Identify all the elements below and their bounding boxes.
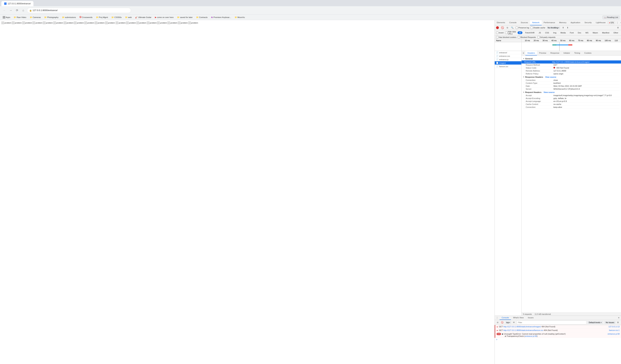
tab-timing[interactable]: Timing (572, 51, 582, 55)
settings-gear-icon[interactable]: ⚙ (616, 26, 620, 29)
error-link-2[interactable]: http://127.0.0.1:8000/static/entrance/fa… (503, 329, 543, 331)
console-tab-issues[interactable]: Issues (526, 316, 535, 320)
reload-button[interactable]: ⟳ (15, 8, 19, 13)
console-top-dropdown[interactable]: top ▾ (505, 321, 511, 324)
record-button[interactable] (496, 26, 499, 29)
bookmark-reading-list[interactable]: 📖 Reading List (603, 16, 620, 19)
tab-response[interactable]: Response (548, 51, 561, 55)
bookmark-crosswords[interactable]: ⓦ Crosswords (78, 16, 94, 19)
console-source-2[interactable]: favicon.ico:1 (609, 329, 620, 331)
network-row-entrance-js[interactable]: 📄 entrance.js (495, 58, 521, 61)
filter-manifest[interactable]: Manifest (601, 31, 611, 34)
devtools-tab-network[interactable]: Network (530, 20, 541, 25)
invert-checkbox[interactable]: Invert (496, 32, 504, 34)
console-settings-button[interactable]: ⚙ (616, 321, 620, 324)
filter-other[interactable]: Other (612, 31, 620, 34)
bookmark-ultimate-guitar[interactable]: 🎸 Ultimate Guitar (134, 16, 153, 19)
console-tab-console[interactable]: Console (500, 316, 511, 320)
devtools-tab-console[interactable]: Console (507, 20, 518, 25)
bookmark-cameras[interactable]: 📁 Cameras (28, 16, 42, 19)
console-stop-button[interactable]: ⊘ (496, 321, 499, 324)
disable-cache-input[interactable] (531, 27, 533, 29)
import-button[interactable]: ⬆ (562, 26, 565, 29)
devtools-tab-sources[interactable]: Sources (518, 20, 530, 25)
hide-data-urls-checkbox[interactable]: Hide data URLs (505, 31, 516, 35)
close-console-button[interactable]: ✕ (617, 316, 621, 320)
tab-initiator[interactable]: Initiator (561, 51, 572, 55)
more-tools-button[interactable]: ⋮ (616, 21, 619, 24)
filter-css[interactable]: CSS (544, 31, 551, 34)
bookmark-raw-video[interactable]: 📁 Raw Video (12, 16, 28, 19)
bookmark-apps[interactable]: Apps (1, 16, 12, 19)
invert-input[interactable] (496, 32, 498, 34)
entrance-js-link[interactable]: entrance.js:58 (525, 335, 537, 337)
tab-headers[interactable]: Headers (525, 51, 537, 55)
filter-img[interactable]: Img (552, 31, 558, 34)
response-headers-section[interactable]: Response Headers View source (523, 75, 620, 79)
close-panel-button[interactable]: ✕ (521, 51, 525, 55)
preserve-log-checkbox[interactable]: Preserve log (516, 27, 529, 29)
console-eye-button[interactable]: 👁 (512, 321, 516, 324)
filter-wasm[interactable]: Wasm (591, 31, 599, 34)
network-row-favicon[interactable]: 📄 favicon.ico (495, 65, 521, 68)
blocked-requests-checkbox[interactable]: Blocked Requests (518, 36, 536, 38)
bookmark-proj-mgmt[interactable]: 📁 Proj Mgmt (95, 16, 109, 19)
back-button[interactable]: ← (2, 8, 7, 13)
clear-button[interactable]: 🚫 (500, 26, 505, 30)
devtools-tab-memory[interactable]: Memory (557, 20, 569, 25)
devtools-tab-lighthouse[interactable]: Lighthouse (594, 20, 608, 25)
preserve-log-input[interactable] (516, 27, 518, 29)
bookmark-contracts[interactable]: 📁 Contracts (195, 16, 209, 19)
bookmark-submissions[interactable]: 📁 submissions (61, 16, 77, 19)
blocked-requests-input[interactable] (518, 36, 520, 38)
address-input[interactable]: 🔒 127.0.0.1:8000/entrance/ (27, 8, 131, 13)
devtools-tab-security[interactable]: Security (582, 20, 594, 25)
default-levels-dropdown[interactable]: Default levels ▾ (587, 321, 603, 324)
console-source-1[interactable]: 127.0.0.1/:13 (608, 326, 620, 328)
request-view-source[interactable]: View source (544, 91, 555, 93)
bookmark-premiere[interactable]: Ai Premiere Keyboar... (210, 16, 233, 19)
filter-all-btn[interactable]: All (518, 31, 522, 34)
console-clear-button[interactable]: 🚫 (500, 321, 504, 324)
filter-font[interactable]: Font (569, 31, 575, 34)
console-filter-input[interactable] (517, 320, 586, 324)
tab-preview[interactable]: Preview (537, 51, 548, 55)
error-link-1[interactable]: http://127.0.0.1:8000/static/entrance/im… (503, 326, 541, 328)
bookmark-web[interactable]: 📁 web (124, 16, 133, 19)
filter-ws[interactable]: WS (584, 31, 590, 34)
bookmark-css50x[interactable]: 📁 CSS50x (110, 16, 123, 19)
network-row-entrance-css[interactable]: 📄 entrance.css (495, 54, 521, 58)
hide-data-urls-input[interactable] (505, 32, 507, 34)
console-source-3[interactable]: entrance.js:58 (608, 333, 620, 335)
response-view-source[interactable]: View source (545, 76, 556, 78)
bookmark-moonvu[interactable]: 📁 MoonVu (233, 16, 246, 19)
general-section-header[interactable]: General (523, 57, 620, 60)
export-button[interactable]: ⬇ (566, 26, 569, 29)
devtools-tab-performance[interactable]: Performance (542, 20, 557, 25)
home-button[interactable]: ⌂ (21, 8, 26, 13)
request-headers-section[interactable]: Request Headers View source (523, 91, 620, 94)
bookmark-saved-for-later[interactable]: 📁 saved for later (176, 16, 194, 19)
filter-media[interactable]: Media (559, 31, 567, 34)
bookmark-photography[interactable]: 📁 Photography (43, 16, 60, 19)
devtools-tab-elements[interactable]: Elements (495, 20, 507, 25)
forward-button[interactable]: → (8, 8, 13, 13)
network-row-entrance[interactable]: 📄 entrance/ (495, 51, 521, 54)
filter-fetch-xhr[interactable]: Fetch/XHR (524, 31, 536, 34)
disable-cache-checkbox[interactable]: Disable cache (531, 27, 545, 29)
network-row-images[interactable]: 📄 images/ (495, 61, 521, 65)
blocked-cookies-input[interactable] (496, 36, 498, 38)
devtools-tab-application[interactable]: Application (569, 20, 582, 25)
settings-button[interactable]: ⚙ (620, 21, 621, 24)
tab-cookies[interactable]: Cookies (582, 51, 594, 55)
bookmark-come-on-over[interactable]: ▶ come on over here (154, 16, 175, 19)
filter-doc[interactable]: Doc (576, 31, 583, 34)
throttling-dropdown[interactable]: No throttling ▾ (547, 26, 560, 29)
filter-button[interactable]: ⧉ (506, 26, 509, 29)
no-issues-badge[interactable]: No Issues (604, 321, 616, 324)
blocked-cookies-checkbox[interactable]: Has blocked cookies (496, 36, 516, 38)
filter-js[interactable]: JS (537, 31, 542, 34)
console-tab-whats-new[interactable]: What's New (511, 316, 526, 320)
search-button[interactable]: 🔍 (510, 26, 514, 29)
console-menu-icon[interactable]: ⋮ (495, 316, 500, 320)
